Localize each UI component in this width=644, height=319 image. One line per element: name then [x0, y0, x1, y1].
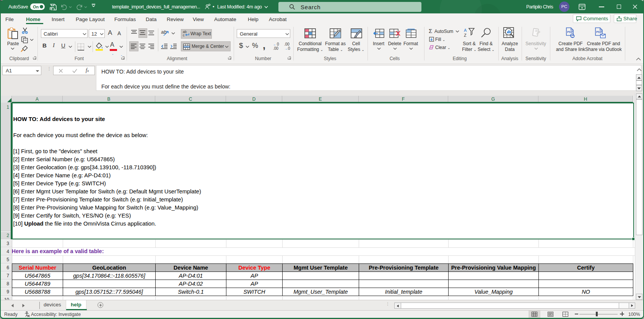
svg-text:PDF: PDF — [567, 30, 573, 34]
svg-text:A: A — [464, 28, 467, 33]
svg-text:Z: Z — [464, 33, 467, 38]
svg-text:PDF: PDF — [596, 30, 602, 34]
